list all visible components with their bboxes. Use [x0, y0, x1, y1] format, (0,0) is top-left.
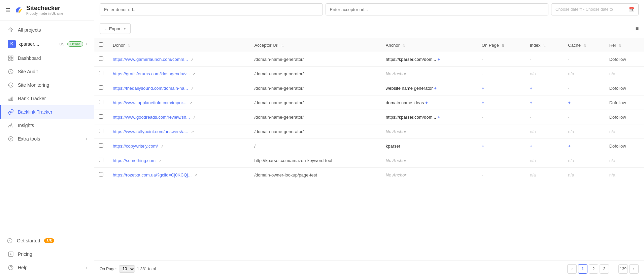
row-checkbox-cell[interactable]: [94, 110, 108, 124]
acceptor-url: /domain-name-generator/: [254, 129, 304, 134]
row-checkbox-2[interactable]: [99, 85, 103, 90]
svg-point-9: [8, 265, 13, 270]
sidebar-item-extra-tools[interactable]: Extra tools ›: [0, 132, 94, 146]
project-row[interactable]: K kparser.... US Demo ›: [0, 37, 94, 51]
external-link-icon[interactable]: ↗: [158, 159, 161, 163]
sidebar-item-pricing[interactable]: Pricing: [0, 247, 94, 261]
acceptor-cell: /domain-owner-lookup/page-test: [249, 168, 381, 182]
anchor-value: No Anchor: [386, 71, 406, 76]
donor-link[interactable]: https://something.com: [113, 158, 156, 163]
donor-link[interactable]: https://www.topplanetinfo.com/impor...: [113, 100, 187, 105]
index-cell: +: [525, 81, 564, 95]
row-checkbox-cell[interactable]: [94, 52, 108, 67]
row-checkbox-cell[interactable]: [94, 95, 108, 110]
cache-cell: -: [563, 110, 604, 124]
donor-link[interactable]: https://www.rallypoint.com/answers/a...: [113, 129, 188, 134]
top-bar: Choose date fr - Choose date to 📅: [94, 0, 644, 19]
row-checkbox-cell[interactable]: [94, 139, 108, 153]
col-anchor[interactable]: Anchor ⇅: [381, 38, 477, 52]
insights-label: Insights: [18, 123, 34, 128]
sidebar-item-dashboard[interactable]: Dashboard: [0, 51, 94, 65]
row-checkbox-cell[interactable]: [94, 67, 108, 81]
row-checkbox-cell[interactable]: [94, 168, 108, 182]
sidebar-item-site-audit[interactable]: Site Audit: [0, 65, 94, 78]
logo-subtitle: Proudly made in Ukraine: [26, 12, 63, 15]
sidebar-item-insights[interactable]: Insights: [0, 119, 94, 132]
extra-tools-label: Extra tools: [18, 136, 40, 142]
rel-cell: Dofollow: [605, 52, 644, 67]
select-all-checkbox[interactable]: [99, 42, 103, 47]
anchor-cell: No Anchor: [381, 124, 477, 139]
external-link-icon[interactable]: ↗: [194, 173, 197, 177]
sidebar: ☰ Sitechecker Proudly made in Ukraine Al…: [0, 0, 94, 277]
export-down-icon: ↓: [105, 26, 107, 31]
col-acceptor[interactable]: Acceptor Url ⇅: [249, 38, 381, 52]
cache-sort-icon: ⇅: [583, 44, 586, 47]
donor-link[interactable]: https://copywritely.com/: [113, 144, 158, 149]
per-page-select[interactable]: 10 25 50: [119, 265, 135, 273]
page-1-button[interactable]: 1: [578, 264, 587, 274]
donor-link[interactable]: https://gratisforums.com/klasagenda/v...: [113, 71, 190, 76]
acceptor-url: /domain-name-generator/: [254, 71, 304, 76]
donor-url-input[interactable]: [100, 3, 323, 15]
sidebar-item-get-started[interactable]: Get started 3/5: [0, 234, 94, 247]
anchor-cell: website name generator+: [381, 81, 477, 95]
anchor-plus-icon[interactable]: +: [425, 100, 428, 105]
next-page-button[interactable]: ›: [629, 264, 639, 274]
anchor-plus-icon[interactable]: +: [437, 57, 440, 62]
row-checkbox-3[interactable]: [99, 100, 103, 104]
index-cell: -: [525, 52, 564, 67]
prev-page-button[interactable]: ‹: [567, 264, 577, 274]
row-checkbox-4[interactable]: [99, 114, 103, 119]
acceptor-url-input[interactable]: [326, 3, 549, 15]
hamburger-icon[interactable]: ☰: [5, 7, 10, 13]
external-link-icon[interactable]: ↗: [189, 101, 192, 105]
row-checkbox-cell[interactable]: [94, 81, 108, 95]
anchor-value: https://kparser.com/dom...: [386, 115, 436, 120]
donor-link[interactable]: https://www.gamerlaunch.com/comm...: [113, 57, 188, 62]
external-link-icon[interactable]: ↗: [192, 72, 195, 76]
acceptor-cell: /domain-name-generator/: [249, 52, 381, 67]
col-rel[interactable]: Rel ⇅: [605, 38, 644, 52]
col-donor[interactable]: Donor ⇅: [108, 38, 249, 52]
date-range-input[interactable]: Choose date fr - Choose date to 📅: [551, 3, 639, 15]
row-checkbox-8[interactable]: [99, 172, 103, 176]
row-checkbox-7[interactable]: [99, 158, 103, 162]
external-link-icon[interactable]: ↗: [191, 130, 194, 134]
get-started-label: Get started: [17, 238, 40, 243]
last-page-button[interactable]: 139: [618, 264, 628, 274]
demo-badge: Demo: [67, 41, 83, 47]
donor-link[interactable]: https://rozetka.com.ua/?gclid=Cj0KCQj...: [113, 172, 192, 177]
external-link-icon[interactable]: ↗: [161, 144, 164, 148]
donor-link[interactable]: https://thedailysound.com/domain-na...: [113, 86, 188, 91]
row-checkbox-1[interactable]: [99, 71, 103, 75]
donor-link[interactable]: https://www.goodreads.com/review/sh...: [113, 115, 190, 120]
sidebar-item-rank-tracker[interactable]: Rank Tracker: [0, 92, 94, 105]
anchor-value: No Anchor: [386, 129, 406, 134]
row-checkbox-5[interactable]: [99, 129, 103, 133]
row-checkbox-6[interactable]: [99, 143, 103, 148]
row-checkbox-0[interactable]: [99, 56, 103, 61]
anchor-plus-icon[interactable]: +: [434, 86, 437, 91]
sidebar-item-site-monitoring[interactable]: Site Monitoring: [0, 78, 94, 92]
row-checkbox-cell[interactable]: [94, 124, 108, 139]
page-3-button[interactable]: 3: [600, 264, 609, 274]
external-link-icon[interactable]: ↗: [191, 57, 194, 62]
select-all-cell[interactable]: [94, 38, 108, 52]
filter-icon[interactable]: ≡: [636, 26, 639, 32]
anchor-plus-icon[interactable]: +: [437, 115, 440, 120]
sidebar-item-help[interactable]: Help ›: [0, 261, 94, 274]
logo-icon: [13, 5, 24, 15]
col-index[interactable]: Index ⇅: [525, 38, 564, 52]
sidebar-item-all-projects[interactable]: All projects: [0, 23, 94, 37]
col-on-page[interactable]: On Page ⇅: [477, 38, 525, 52]
rel-cell: Dofollow: [605, 95, 644, 110]
row-checkbox-cell[interactable]: [94, 153, 108, 168]
export-button[interactable]: ↓ Export ▾: [100, 23, 131, 34]
sidebar-item-backlink-tracker[interactable]: Backlink Tracker: [0, 105, 94, 119]
external-link-icon[interactable]: ↗: [193, 115, 196, 119]
external-link-icon[interactable]: ↗: [191, 86, 194, 90]
col-cache[interactable]: Cache ⇅: [563, 38, 604, 52]
page-2-button[interactable]: 2: [589, 264, 598, 274]
rel-cell: Dofollow: [605, 110, 644, 124]
